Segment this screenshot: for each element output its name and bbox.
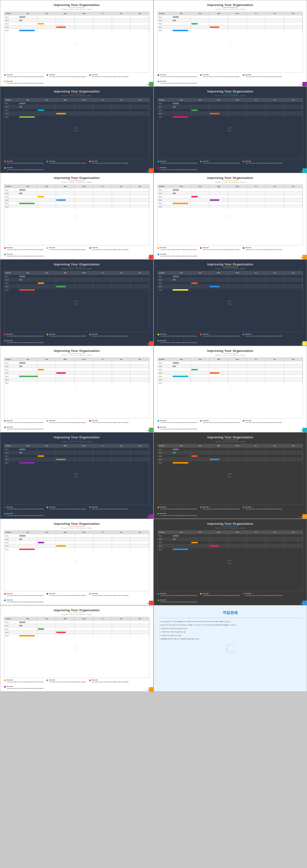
gantt-cell [131,275,149,278]
gantt-cell [191,548,210,551]
gantt-bar [56,545,66,547]
legend-item-2: Describe Lorem ipsum dolor sit amet cons… [89,679,129,683]
gantt-header-7: Sun [284,272,303,274]
gantt-cell [228,365,247,368]
slide-4: Improving Your Organization Insert Your … [154,87,307,173]
gantt-cell [209,105,228,108]
gantt-row-3: Step 4 [4,198,149,202]
gantt-row-1: Step 2 [4,278,149,281]
gantt-cell [19,112,37,115]
gantt-cell [19,102,37,105]
gantt-cell [56,115,75,118]
gantt-bar [192,282,198,284]
legend-desc: Lorem ipsum dolor sit amet consectetur a… [203,249,240,250]
gantt-header-2: Tues [191,12,210,14]
gantt-cell [191,285,210,288]
gantt-row-0: Step 1 [4,275,149,278]
gantt-cell [228,534,247,537]
gantt-cell [247,281,266,285]
slide-6: Improving Your Organization Insert Your … [154,173,307,259]
gantt-cell [209,368,228,371]
slide-header: Improving Your Organization Insert Your … [158,522,303,529]
gantt-header-1: Mon [19,444,37,447]
legend-text: Describe Lorem ipsum dolor sit amet cons… [160,420,197,423]
gantt-row-1: Step 2 [4,105,149,108]
legend: Describe Lorem ipsum dolor sit amet cons… [4,420,149,430]
gantt-row-5: Step 6 [158,378,303,381]
gantt-header-7: Sun [284,12,303,14]
gantt-step-label: Step 2 [4,366,19,367]
legend-dot [4,513,6,515]
gantt-cell [191,448,210,451]
gantt-cell [228,115,247,118]
legend-text: Describe Lorem ipsum dolor sit amet cons… [92,593,129,596]
gantt-bar [192,110,198,111]
legend-item-0: Describe Lorem ipsum dolor sit amet cons… [4,247,44,250]
gantt-bar [192,369,198,370]
legend-dot [243,593,244,595]
gantt-cell [131,188,149,191]
gantt-header-4: Thurs [75,12,93,14]
gantt-row-3: Step 4 [4,458,149,461]
slide-14: Improving Your Organization Insert Your … [154,519,307,605]
gantt-header-7: Sun [131,618,149,620]
gantt-row-3: Step 4 [4,630,149,634]
gantt-cell [37,381,56,384]
slide-header: Improving Your Organization Insert Your … [4,176,149,183]
gantt-cell [56,627,75,630]
gantt-cell [209,371,228,374]
gantt-cell [131,288,149,291]
gantt-cell [191,278,210,281]
gantt-bar [19,106,22,107]
gantt-step-label: Step 5 [158,30,172,31]
gantt-row-3: Step 4 [158,544,303,547]
gantt-cell [75,22,93,25]
gantt-cell [93,631,112,634]
legend-desc: Lorem ipsum dolor sit amet consectetur a… [92,249,129,250]
legend-item-2: Describe Lorem ipsum dolor sit amet cons… [89,420,129,423]
gantt-cell [37,371,56,374]
gantt-header-5: Fri [247,12,266,14]
gantt-header-1: Mon [19,12,37,14]
gantt-step-label: Step 2 [4,106,19,107]
gantt-cell [191,541,210,544]
gantt-cell [266,115,284,118]
gantt-cell [228,455,247,458]
gantt-cell [19,275,37,278]
gantt-cell [56,455,75,458]
gantt-header-5: Fri [93,358,112,361]
legend-title: Describe [160,74,197,76]
gantt-cell [191,458,210,461]
gantt-header-4: Thurs [75,444,93,447]
gantt-step-label: Step 4 [158,113,172,114]
gantt-cell [56,278,75,281]
gantt-cell [37,631,56,634]
gantt-header-5: Fri [93,99,112,101]
legend-desc: Lorem ipsum dolor sit amet consectetur a… [203,595,240,596]
legend-text: Describe Lorem ipsum dolor sit amet cons… [245,333,282,337]
legend-desc: Lorem ipsum dolor sit amet consectetur a… [7,601,44,602]
gantt-step-label: Step 1 [4,189,19,191]
legend-text: Describe Lorem ipsum dolor sit amet cons… [160,247,197,250]
gantt-step-label: Step 5 [4,549,19,550]
gantt-cell [75,281,93,285]
legend-text: Describe Lorem ipsum dolor sit amet cons… [160,253,197,257]
gantt-cell [191,375,210,378]
slide-13: Improving Your Organization Insert Your … [0,519,154,605]
legend-item-0: Describe Lorem ipsum dolor sit amet cons… [158,420,197,423]
legend-title: Describe [49,420,86,422]
gantt-header-4: Thurs [228,531,247,533]
gantt-bar [19,20,22,21]
gantt-step-label: Step 3 [158,282,172,284]
legend-dot [4,167,6,169]
gantt-cell [209,361,228,364]
gantt-cell [75,381,93,384]
slide-16: 작업완료 이 문서는 슬라이드 디자인 템플릿입니다. 다양한 색상과 레이아웃… [154,605,307,692]
gantt-row-3: Step 4 [158,458,303,461]
gantt-cell [56,26,75,29]
gantt-header-5: Fri [247,531,266,533]
gantt-cell [93,621,112,624]
legend-title: Describe [49,679,86,681]
gantt-bar [173,193,176,194]
gantt-cell [19,458,37,461]
